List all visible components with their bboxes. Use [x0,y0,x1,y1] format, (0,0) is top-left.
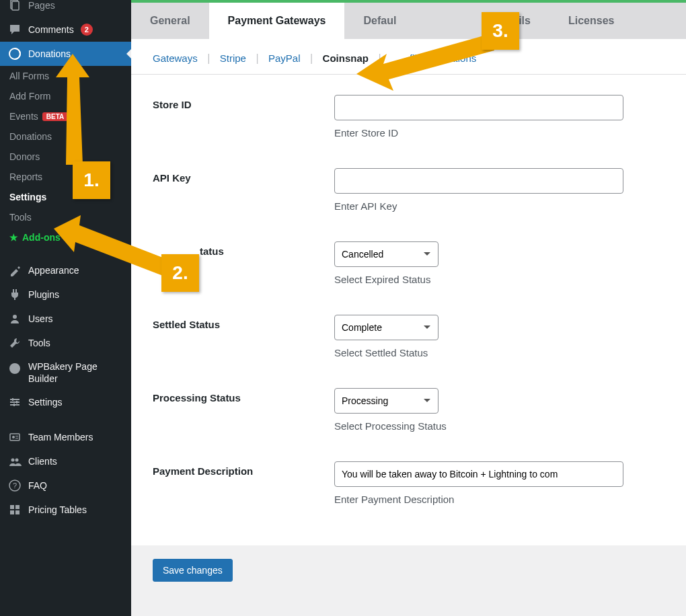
sidebar-label: Pages [28,0,55,11]
plugins-icon [8,288,22,301]
submenu-reports[interactable]: Reports [0,167,131,187]
payment-description-input[interactable] [334,461,623,487]
sidebar-item-wpbakery[interactable]: WPBakery Page Builder [0,355,131,390]
sidebar-item-settings[interactable]: Settings [0,390,131,414]
api-key-hint: Enter API Key [334,200,664,212]
users-icon [8,312,22,325]
svg-point-15 [11,459,15,462]
comments-icon [8,23,22,36]
sidebar-item-pages[interactable]: Pages [0,0,131,17]
arrow-1 [52,54,106,168]
pages-icon [8,0,22,12]
sidebar-label: Pricing Tables [28,504,87,515]
tools-icon [8,336,22,350]
sidebar-label: Comments [28,24,74,35]
appearance-icon [8,264,22,277]
sidebar-label: Clients [28,456,57,467]
svg-rect-14 [15,438,18,438]
processing-status-select[interactable]: Processing [334,388,439,414]
save-changes-button[interactable]: Save changes [153,559,233,582]
expired-status-hint: Select Expired Status [334,274,664,285]
settled-status-select[interactable]: Complete [334,315,439,340]
svg-rect-1 [12,1,19,10]
svg-rect-5 [10,399,20,400]
callout-3: 3. [482,12,519,50]
store-id-hint: Enter Store ID [334,127,664,139]
tab-payment-gateways[interactable]: Payment Gateways [209,3,345,39]
sidebar-label: Team Members [28,432,93,442]
svg-point-3 [13,315,17,319]
arrow-3 [356,27,498,94]
svg-rect-9 [16,401,17,403]
store-id-input[interactable] [334,95,623,120]
expired-status-select[interactable]: Cancelled [334,241,439,267]
api-key-label: API Key [153,168,334,212]
tab-licenses[interactable]: Licenses [549,3,633,39]
processing-status-label: Processing Status [153,388,334,432]
sidebar-label: Plugins [28,289,59,300]
svg-rect-20 [15,505,20,509]
svg-point-12 [12,436,15,438]
star-icon: ★ [9,232,18,243]
svg-rect-19 [10,505,14,509]
sidebar-label: FAQ [28,480,47,491]
svg-marker-24 [54,215,175,279]
comments-count-badge: 2 [81,24,93,36]
subtab-gateways[interactable]: Gateways [153,52,198,64]
settled-status-hint: Select Settled Status [334,347,664,358]
svg-text:?: ? [13,482,17,490]
processing-status-hint: Select Processing Status [334,420,664,432]
faq-icon: ? [8,479,22,492]
wpbakery-icon [8,362,22,375]
sidebar-item-tools[interactable]: Tools [0,331,131,355]
payment-description-label: Payment Description [153,461,334,505]
donations-icon [8,47,22,61]
sidebar-item-comments[interactable]: Comments 2 [0,17,131,42]
sidebar-label: Settings [28,397,63,408]
store-id-label: Store ID [153,95,334,139]
tab-general[interactable]: General [131,3,209,39]
api-key-input[interactable] [334,168,623,194]
callout-2: 2. [161,254,199,292]
subtab-stripe[interactable]: Stripe [220,52,246,64]
sidebar-item-clients[interactable]: Clients [0,449,131,473]
submenu-settings[interactable]: Settings [0,187,131,207]
sidebar-label: Tools [28,338,50,348]
sidebar-item-users[interactable]: Users [0,307,131,331]
sidebar-item-pricing-tables[interactable]: Pricing Tables [0,498,131,522]
svg-rect-10 [13,403,15,406]
svg-rect-8 [12,398,13,401]
sidebar-item-faq[interactable]: ? FAQ [0,473,131,498]
payment-description-hint: Enter Payment Description [334,494,664,505]
svg-rect-21 [10,510,14,514]
pricing-icon [8,503,22,516]
svg-rect-22 [15,510,20,514]
svg-marker-25 [356,34,494,91]
subtab-paypal[interactable]: PayPal [268,52,301,64]
svg-marker-23 [56,54,89,165]
settings-form: Store ID Enter Store ID API Key Enter AP… [131,75,686,545]
callout-1: 1. [73,161,110,199]
svg-rect-13 [15,436,18,436]
svg-point-16 [15,459,19,462]
sidebar-label: Users [28,313,53,324]
settings-icon [8,395,22,409]
svg-rect-6 [10,401,20,403]
settled-status-label: Settled Status [153,315,334,358]
sidebar-label: WPBakery Page Builder [28,360,123,385]
team-icon [8,430,22,444]
svg-point-4 [9,363,20,374]
clients-icon [8,455,22,468]
sidebar-item-team-members[interactable]: Team Members [0,425,131,449]
